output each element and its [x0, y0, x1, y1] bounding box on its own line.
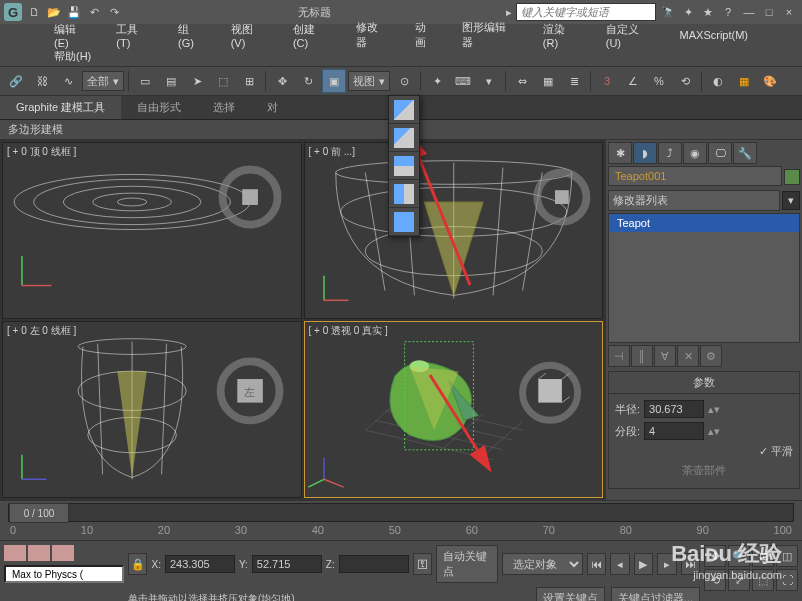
lock-selection-icon[interactable]: 🔒 — [128, 553, 147, 575]
menu-graph[interactable]: 图形编辑器 — [458, 18, 520, 52]
keyfilter-button[interactable]: 关键点过滤器... — [611, 587, 700, 601]
play-icon[interactable]: ▶ — [634, 553, 653, 575]
y-coord-input[interactable] — [252, 555, 322, 573]
modifier-list-dropdown[interactable]: 修改器列表 — [608, 190, 780, 211]
help-icon[interactable]: ? — [720, 4, 736, 20]
viewport-left[interactable]: [ + 0 左 0 线框 ] 左 — [2, 321, 302, 498]
goto-start-icon[interactable]: ⏮ — [587, 553, 606, 575]
squash-scale-option[interactable] — [389, 152, 419, 180]
display-tab-icon[interactable]: 🖵 — [708, 142, 732, 164]
new-icon[interactable]: 🗋 — [26, 4, 42, 20]
dropdown-arrow-icon[interactable]: ▾ — [782, 191, 800, 210]
percent-snap-icon[interactable]: % — [647, 69, 671, 93]
spinner-snap-icon[interactable]: ⟲ — [673, 69, 697, 93]
binoculars-icon[interactable]: 🔭 — [660, 4, 676, 20]
align-icon[interactable]: ▦ — [536, 69, 560, 93]
star-icon[interactable]: ★ — [700, 4, 716, 20]
stack-item-teapot[interactable]: Teapot — [609, 214, 799, 232]
close-button[interactable]: × — [780, 5, 798, 19]
remove-mod-icon[interactable]: ✕ — [677, 345, 699, 367]
segments-spinner-icon[interactable]: ▴▾ — [708, 425, 720, 438]
unlink-icon[interactable]: ⛓ — [30, 69, 54, 93]
create-tab-icon[interactable]: ✱ — [608, 142, 632, 164]
nonuniform-scale-option[interactable] — [389, 124, 419, 152]
bind-icon[interactable]: ∿ — [56, 69, 80, 93]
menu-group[interactable]: 组(G) — [174, 20, 209, 51]
modifier-stack[interactable]: Teapot — [608, 213, 800, 343]
ref-coord-dropdown[interactable]: 视图▾ — [348, 71, 390, 91]
maximize-button[interactable]: □ — [760, 5, 778, 19]
utilities-tab-icon[interactable]: 🔧 — [733, 142, 757, 164]
menu-create[interactable]: 创建(C) — [289, 20, 334, 51]
prev-frame-icon[interactable]: ◂ — [610, 553, 629, 575]
scale-icon[interactable]: ▣ — [322, 69, 346, 93]
render-icon[interactable]: 🎨 — [758, 69, 782, 93]
object-name-field[interactable]: Teapot001 — [608, 166, 782, 186]
tab-object[interactable]: 对 — [251, 96, 294, 119]
params-rollout-header[interactable]: 参数 — [609, 372, 799, 394]
status-box-1[interactable] — [4, 545, 26, 561]
z-coord-input[interactable] — [339, 555, 409, 573]
search-input[interactable] — [516, 3, 656, 21]
layers-icon[interactable]: ≣ — [562, 69, 586, 93]
viewport-perspective[interactable]: [ + 0 透视 0 真实 ] — [304, 321, 604, 498]
menu-animation[interactable]: 动画 — [411, 18, 441, 52]
keymode-dropdown[interactable]: 选定对象 — [502, 553, 582, 575]
keyboard-icon[interactable]: ⌨ — [451, 69, 475, 93]
redo-icon[interactable]: ↷ — [106, 4, 122, 20]
status-box-3[interactable] — [52, 545, 74, 561]
selection-filter-dropdown[interactable]: 全部▾ — [82, 71, 124, 91]
open-icon[interactable]: 📂 — [46, 4, 62, 20]
link-icon[interactable]: 🔗 — [4, 69, 28, 93]
menu-views[interactable]: 视图(V) — [227, 20, 271, 51]
select-region-icon[interactable]: ⬚ — [211, 69, 235, 93]
cursor-icon[interactable]: ➤ — [185, 69, 209, 93]
hierarchy-tab-icon[interactable]: ⤴ — [658, 142, 682, 164]
segments-input[interactable] — [644, 422, 704, 440]
time-slider-track[interactable]: 0 / 100 — [8, 503, 794, 522]
configure-icon[interactable]: ⚙ — [700, 345, 722, 367]
move-icon[interactable]: ✥ — [270, 69, 294, 93]
radius-spinner-icon[interactable]: ▴▾ — [708, 403, 720, 416]
smooth-checkbox[interactable]: ✓ 平滑 — [759, 444, 793, 459]
maxscript-listener[interactable] — [4, 565, 124, 583]
material-editor-icon[interactable]: ◐ — [706, 69, 730, 93]
rotate-icon[interactable]: ↻ — [296, 69, 320, 93]
setkey-button[interactable]: 设置关键点 — [536, 587, 605, 601]
modify-tab-icon[interactable]: ◗ — [633, 142, 657, 164]
save-icon[interactable]: 💾 — [66, 4, 82, 20]
select-name-icon[interactable]: ▤ — [159, 69, 183, 93]
snap-toggle-icon[interactable]: 3 — [595, 69, 619, 93]
viewport-top[interactable]: [ + 0 顶 0 线框 ] — [2, 142, 302, 319]
motion-tab-icon[interactable]: ◉ — [683, 142, 707, 164]
window-crossing-icon[interactable]: ⊞ — [237, 69, 261, 93]
angle-snap-icon[interactable]: ∠ — [621, 69, 645, 93]
minimize-button[interactable]: — — [740, 5, 758, 19]
viewport-front[interactable]: [ + 0 前 ...] — [304, 142, 604, 319]
time-slider[interactable]: 0 / 100 — [9, 503, 69, 523]
mirror-icon[interactable]: ⇔ — [510, 69, 534, 93]
key-icon[interactable]: ⚿ — [413, 553, 432, 575]
scale-option-5[interactable] — [389, 208, 419, 236]
menu-help[interactable]: 帮助(H) — [50, 47, 95, 66]
menu-render[interactable]: 渲染(R) — [539, 20, 584, 51]
menu-modifiers[interactable]: 修改器 — [352, 18, 393, 52]
pivot-icon[interactable]: ⊙ — [392, 69, 416, 93]
tab-freeform[interactable]: 自由形式 — [121, 96, 197, 119]
status-box-2[interactable] — [28, 545, 50, 561]
select-icon[interactable]: ▭ — [133, 69, 157, 93]
named-sel-icon[interactable]: ▾ — [477, 69, 501, 93]
unique-icon[interactable]: ∀ — [654, 345, 676, 367]
scale-option-4[interactable] — [389, 180, 419, 208]
uniform-scale-option[interactable] — [389, 96, 419, 124]
menu-customize[interactable]: 自定义(U) — [602, 20, 658, 51]
menu-tools[interactable]: 工具(T) — [112, 20, 156, 51]
x-coord-input[interactable] — [165, 555, 235, 573]
render-setup-icon[interactable]: ▦ — [732, 69, 756, 93]
radius-input[interactable] — [644, 400, 704, 418]
object-color-swatch[interactable] — [784, 169, 800, 185]
pin-stack-icon[interactable]: ⊣ — [608, 345, 630, 367]
wand-icon[interactable]: ✦ — [680, 4, 696, 20]
undo-icon[interactable]: ↶ — [86, 4, 102, 20]
manipulate-icon[interactable]: ✦ — [425, 69, 449, 93]
